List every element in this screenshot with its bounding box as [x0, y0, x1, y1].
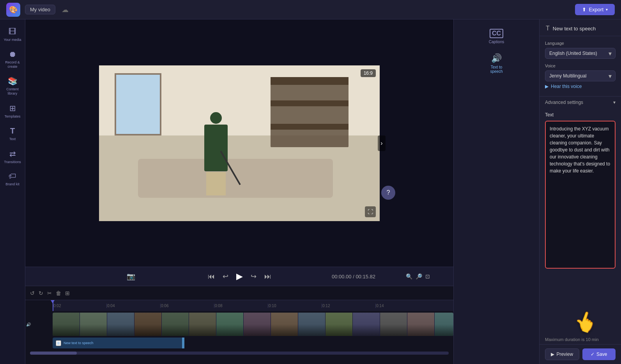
left-sidebar: 🎞 Your media ⏺ Record &create 📚 Content … [0, 19, 25, 364]
tts-panel: T New text to speech Language English (U… [539, 19, 621, 364]
thumb-1 [53, 313, 80, 336]
export-dropdown-arrow: ▾ [606, 7, 608, 12]
record-icon: ⏺ [9, 50, 16, 59]
save-button[interactable]: ✓ Save [582, 348, 616, 360]
sidebar-label-transitions: Transitions [4, 160, 21, 164]
text-to-speech-label: Text tospeech [490, 65, 502, 74]
ruler-mark-0: 0:02 [53, 304, 106, 308]
video-preview-area: 16:9 › ⛶ ? [25, 19, 453, 267]
cut-button[interactable]: ✂ [47, 290, 52, 296]
cloud-save-icon[interactable]: ☁ [62, 5, 69, 14]
language-select-wrapper: English (United States) English (UK) Spa… [545, 48, 616, 59]
ruler-mark-6: 0:14 [375, 304, 429, 308]
tts-text-input[interactable] [545, 121, 616, 269]
fullscreen-button[interactable]: ⛶ [365, 206, 376, 217]
language-section: Language English (United States) English… [540, 36, 621, 63]
timeline-toolbar: ↺ ↻ ✂ 🗑 ⊞ [25, 286, 453, 300]
ruler-mark-3: 0:08 [214, 304, 268, 308]
timeline-playhead[interactable] [53, 300, 53, 311]
skip-to-end-button[interactable]: ⏭ [264, 273, 271, 281]
preview-button[interactable]: ▶ Preview [545, 348, 579, 360]
right-icon-panel: CC Captions 🔊 Text tospeech [453, 19, 539, 364]
voice-select[interactable]: Jenny Multilingual Davis Sara Tony [545, 70, 616, 81]
video-track-controls: 🔊 [26, 322, 31, 327]
thumb-11 [326, 313, 353, 336]
timeline-scrollbar[interactable] [30, 352, 449, 355]
video-frame-container: 16:9 › ⛶ ? [99, 65, 380, 221]
aspect-ratio-badge: 16:9 [361, 69, 376, 77]
time-display: 00:00.00 / 00:15.82 [332, 274, 375, 280]
video-canvas [99, 65, 380, 221]
sidebar-label-content-library: Content library [3, 87, 22, 96]
scrollbar-thumb[interactable] [30, 352, 77, 355]
sidebar-label-your-media: Your media [4, 38, 21, 42]
tts-audio-track[interactable]: ⏸ New text to speech [53, 338, 184, 348]
ruler-mark-4: 0:10 [268, 304, 322, 308]
tts-track-pause-button[interactable]: ⏸ [56, 340, 61, 346]
timeline-next-arrow[interactable]: › [378, 135, 386, 151]
voice-section: Voice Jenny Multilingual Davis Sara Tony… [540, 63, 621, 96]
project-name-input[interactable]: My video [25, 5, 55, 14]
person-body [204, 125, 228, 171]
timeline-area: ↺ ↻ ✂ 🗑 ⊞ 0:02 0:04 0:06 0:08 0:10 0:12 [25, 286, 453, 364]
person-legs [206, 172, 226, 195]
thumb-7 [216, 313, 244, 336]
thumb-14 [407, 313, 435, 336]
templates-icon: ⊞ [9, 104, 16, 113]
forward-5s-button[interactable]: ↪ [251, 272, 257, 281]
sidebar-item-content-library[interactable]: 📚 Content library [1, 73, 24, 99]
sidebar-item-templates[interactable]: ⊞ Templates [1, 100, 24, 122]
top-bar: 🎨 My video ☁ ⬆ Export ▾ [0, 0, 621, 19]
sidebar-item-your-media[interactable]: 🎞 Your media [1, 24, 24, 45]
rewind-5s-button[interactable]: ↩ [223, 272, 228, 281]
redo-button[interactable]: ↻ [39, 290, 43, 296]
video-track[interactable] [53, 313, 453, 336]
track-end-resize-handle[interactable] [182, 338, 184, 348]
play-pause-button[interactable]: ▶ [236, 271, 243, 281]
help-button[interactable]: ? [381, 186, 395, 200]
skip-to-start-button[interactable]: ⏮ [208, 273, 215, 281]
text-input-section: Text [540, 108, 621, 335]
sidebar-item-text[interactable]: T Text [1, 123, 24, 144]
duplicate-button[interactable]: ⊞ [65, 290, 70, 296]
sidebar-label-text: Text [9, 137, 16, 141]
main-area: 🎞 Your media ⏺ Record &create 📚 Content … [0, 19, 621, 364]
thumb-4 [134, 313, 162, 336]
bookshelf [271, 77, 349, 147]
play-icon: ▶ [545, 84, 548, 89]
zoom-in-button[interactable]: 🔎 [416, 273, 422, 280]
fit-to-screen-button[interactable]: ⊡ [425, 273, 430, 280]
thumb-5 [162, 313, 189, 336]
thumb-12 [353, 313, 380, 336]
export-button[interactable]: ⬆ Export ▾ [575, 4, 615, 15]
thumb-8 [244, 313, 271, 336]
video-track-row: 🔊 [53, 313, 453, 336]
language-select[interactable]: English (United States) English (UK) Spa… [545, 48, 616, 59]
app-logo: 🎨 [6, 3, 20, 17]
thumb-13 [380, 313, 407, 336]
content-library-icon: 📚 [8, 76, 18, 86]
zoom-out-button[interactable]: 🔍 [406, 273, 412, 280]
voice-select-wrapper: Jenny Multilingual Davis Sara Tony [545, 70, 616, 81]
save-check-icon: ✓ [591, 352, 594, 357]
ruler-mark-1: 0:04 [106, 304, 160, 308]
timeline-tracks: 🔊 [25, 311, 453, 350]
timeline-ruler: 0:02 0:04 0:06 0:08 0:10 0:12 0:14 [25, 300, 453, 311]
text-icon: T [10, 127, 15, 135]
tts-panel-header: T New text to speech [540, 19, 621, 36]
transitions-icon: ⇄ [9, 149, 16, 158]
advanced-settings-row[interactable]: Advanced settings ▾ [540, 96, 621, 108]
sidebar-item-record-create[interactable]: ⏺ Record &create [1, 47, 24, 72]
camera-mode-button[interactable]: 📷 [127, 272, 135, 281]
tts-track-label: New text to speech [64, 341, 94, 345]
sidebar-item-brand-kit[interactable]: 🏷 Brand kit [1, 169, 24, 190]
undo-button[interactable]: ↺ [30, 290, 35, 296]
hear-voice-button[interactable]: ▶ Hear this voice [545, 81, 582, 91]
shelf-top [271, 77, 349, 85]
sidebar-item-transitions[interactable]: ⇄ Transitions [1, 146, 24, 167]
panel-item-captions[interactable]: CC Captions [486, 26, 507, 47]
shelf-bot [271, 124, 349, 130]
panel-item-text-to-speech[interactable]: 🔊 Text tospeech [487, 50, 506, 77]
text-to-speech-icon: 🔊 [491, 53, 502, 63]
delete-button[interactable]: 🗑 [56, 290, 61, 296]
